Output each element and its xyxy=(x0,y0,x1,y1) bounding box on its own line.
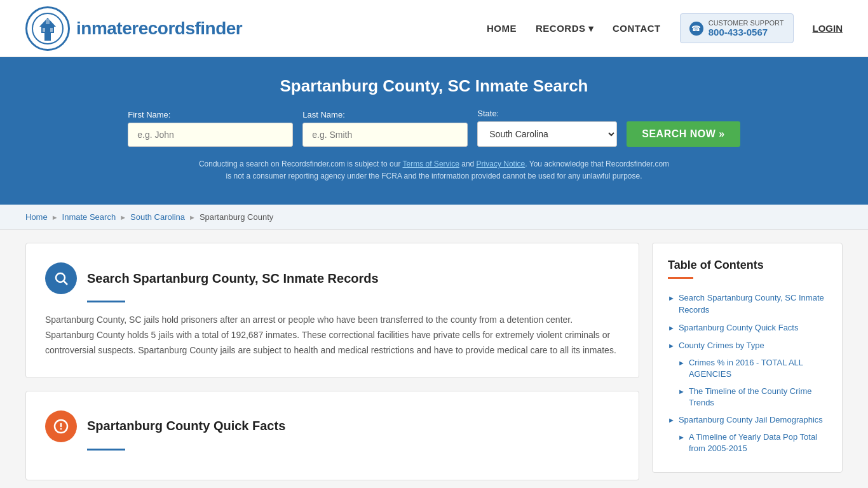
state-label: State: xyxy=(477,109,499,118)
toc-item-7[interactable]: ► A Timeline of Yearly Data Pop Total fr… xyxy=(678,429,827,457)
chevron-right-icon-2: ► xyxy=(668,324,675,332)
toc-item-3[interactable]: ► County Crimes by Type xyxy=(668,337,827,355)
svg-point-7 xyxy=(56,273,65,282)
nav-records[interactable]: RECORDS ▾ xyxy=(536,23,593,34)
toc-card: Table of Contents ► Search Spartanburg C… xyxy=(652,243,843,473)
search-section-icon xyxy=(45,262,77,294)
main-content: Search Spartanburg County, SC Inmate Rec… xyxy=(0,230,868,488)
toc-sub-list-2: ► A Timeline of Yearly Data Pop Total fr… xyxy=(668,429,827,457)
toc-item-4[interactable]: ► Crimes % in 2016 - TOTAL ALL AGENCIES xyxy=(678,355,827,383)
quick-facts-icon xyxy=(45,410,77,442)
first-name-input[interactable] xyxy=(128,123,293,147)
toc-link-4[interactable]: Crimes % in 2016 - TOTAL ALL AGENCIES xyxy=(689,357,827,380)
svg-rect-5 xyxy=(43,28,45,32)
chevron-right-icon-5: ► xyxy=(678,388,685,395)
main-section-body: Spartanburg County, SC jails hold prison… xyxy=(45,313,620,358)
breadcrumb-home[interactable]: Home xyxy=(25,212,48,222)
nav-home[interactable]: HOME xyxy=(487,23,517,34)
page-title: Spartanburg County, SC Inmate Search xyxy=(25,76,843,96)
toc-item-6[interactable]: ► Spartanburg County Jail Demographics xyxy=(668,411,827,429)
chevron-down-icon: ▾ xyxy=(588,23,594,34)
breadcrumb-inmate-search[interactable]: Inmate Search xyxy=(62,212,116,222)
support-info: CUSTOMER SUPPORT 800-433-0567 xyxy=(709,19,784,37)
toc-link-3[interactable]: County Crimes by Type xyxy=(679,340,764,351)
sidebar: Table of Contents ► Search Spartanburg C… xyxy=(652,243,843,488)
svg-rect-1 xyxy=(44,32,51,41)
svg-rect-6 xyxy=(50,28,53,32)
toc-item-5[interactable]: ► The Timeline of the County Crime Trend… xyxy=(678,383,827,411)
toc-link-7[interactable]: A Timeline of Yearly Data Pop Total from… xyxy=(689,431,827,454)
chevron-right-icon-3: ► xyxy=(668,342,675,349)
headset-icon: ☎ xyxy=(689,22,703,36)
customer-support-box: ☎ CUSTOMER SUPPORT 800-433-0567 xyxy=(680,13,794,43)
quick-facts-title: Spartanburg County Quick Facts xyxy=(87,419,285,433)
chevron-right-icon-7: ► xyxy=(678,433,685,441)
breadcrumb-south-carolina[interactable]: South Carolina xyxy=(130,212,185,222)
main-section-title: Search Spartanburg County, SC Inmate Rec… xyxy=(87,271,379,286)
quick-facts-header: Spartanburg County Quick Facts xyxy=(45,410,620,442)
quick-facts-card: Spartanburg County Quick Facts xyxy=(25,391,639,480)
main-nav: HOME RECORDS ▾ CONTACT ☎ CUSTOMER SUPPOR… xyxy=(487,13,843,43)
main-section-underline xyxy=(87,301,125,302)
chevron-right-icon-4: ► xyxy=(678,359,685,367)
toc-title: Table of Contents xyxy=(668,259,827,272)
main-section-header: Search Spartanburg County, SC Inmate Rec… xyxy=(45,262,620,294)
first-name-label: First Name: xyxy=(128,110,170,119)
chevron-right-icon: ► xyxy=(668,294,675,302)
breadcrumb-current: Spartanburg County xyxy=(200,212,273,222)
state-select[interactable]: South Carolina xyxy=(477,121,617,147)
breadcrumb-sep-3: ► xyxy=(189,214,196,221)
nav-login[interactable]: LOGIN xyxy=(813,23,843,34)
quick-facts-underline xyxy=(87,449,125,451)
site-header: inmaterecordsfinder HOME RECORDS ▾ CONTA… xyxy=(0,0,868,57)
svg-rect-4 xyxy=(46,19,50,24)
state-group: State: South Carolina xyxy=(477,109,617,147)
first-name-group: First Name: xyxy=(128,110,293,147)
search-now-button[interactable]: SEARCH NOW » xyxy=(627,121,740,147)
breadcrumb: Home ► Inmate Search ► South Carolina ► … xyxy=(0,205,868,230)
toc-link-5[interactable]: The Timeline of the County Crime Trends xyxy=(689,386,827,409)
last-name-input[interactable] xyxy=(302,123,468,147)
last-name-label: Last Name: xyxy=(302,110,344,119)
logo-icon xyxy=(25,6,70,51)
toc-underline xyxy=(668,277,693,279)
breadcrumb-sep-1: ► xyxy=(51,214,58,221)
toc-list: ► Search Spartanburg County, SC Inmate R… xyxy=(668,289,827,457)
terms-link[interactable]: Terms of Service xyxy=(403,159,459,168)
toc-link-2[interactable]: Spartanburg County Quick Facts xyxy=(679,322,799,334)
chevron-right-icon-6: ► xyxy=(668,416,675,424)
logo-text: inmaterecordsfinder xyxy=(76,18,242,39)
main-section-card: Search Spartanburg County, SC Inmate Rec… xyxy=(25,243,639,377)
toc-link-6[interactable]: Spartanburg County Jail Demographics xyxy=(679,414,823,426)
breadcrumb-sep-2: ► xyxy=(119,214,126,221)
logo-area: inmaterecordsfinder xyxy=(25,6,242,51)
privacy-link[interactable]: Privacy Notice xyxy=(477,159,526,168)
hero-section: Spartanburg County, SC Inmate Search Fir… xyxy=(0,57,868,205)
svg-line-8 xyxy=(64,281,68,285)
toc-item-1[interactable]: ► Search Spartanburg County, SC Inmate R… xyxy=(668,289,827,318)
nav-contact[interactable]: CONTACT xyxy=(613,23,661,34)
toc-link-1[interactable]: Search Spartanburg County, SC Inmate Rec… xyxy=(679,292,827,315)
last-name-group: Last Name: xyxy=(302,110,468,147)
search-disclaimer: Conducting a search on Recordsfinder.com… xyxy=(196,158,672,182)
search-form: First Name: Last Name: State: South Caro… xyxy=(25,109,843,147)
toc-item-2[interactable]: ► Spartanburg County Quick Facts xyxy=(668,319,827,337)
content-area: Search Spartanburg County, SC Inmate Rec… xyxy=(25,243,639,488)
toc-sub-list: ► Crimes % in 2016 - TOTAL ALL AGENCIES … xyxy=(668,355,827,411)
